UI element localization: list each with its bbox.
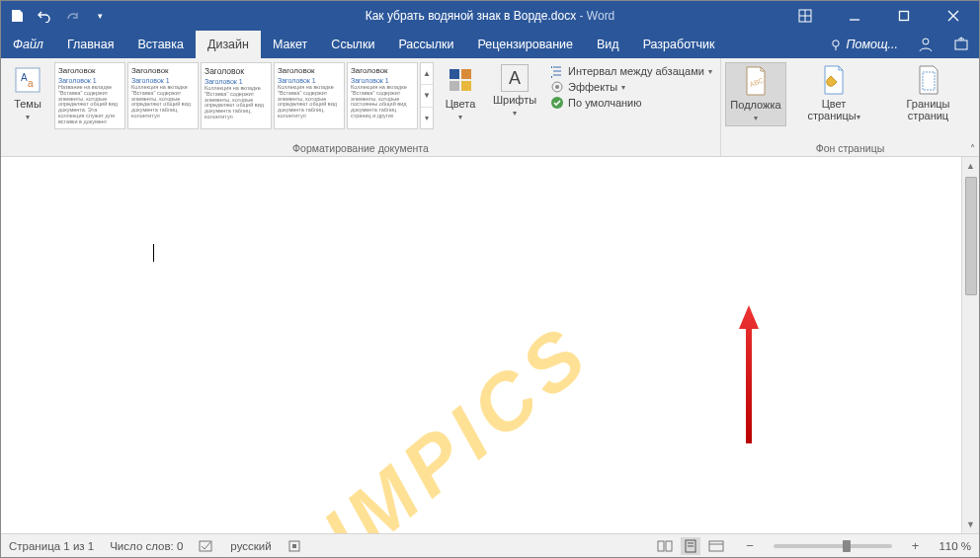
paragraph-options: Интервал между абзацами▾ Эффекты▾ По умо…	[546, 62, 716, 112]
watermark-button[interactable]: ABC Подложка▾	[725, 62, 786, 126]
style-set-item[interactable]: Заголовок Заголовок 1 Коллекция на вклад…	[127, 62, 199, 129]
window-title: Как убрать водяной знак в Ворде.docx - W…	[366, 9, 615, 23]
watermark-label: Подложка	[730, 99, 780, 111]
paragraph-spacing-button[interactable]: Интервал между абзацами▾	[550, 64, 712, 78]
tab-mailings[interactable]: Рассылки	[386, 31, 465, 58]
svg-rect-10	[955, 40, 967, 49]
text-cursor	[153, 244, 154, 262]
fonts-icon: А	[501, 64, 529, 92]
svg-rect-14	[449, 69, 459, 79]
view-buttons	[655, 537, 726, 555]
themes-label: Темы	[14, 98, 41, 110]
tab-references[interactable]: Ссылки	[319, 31, 386, 58]
undo-icon[interactable]	[37, 8, 52, 24]
zoom-out-button[interactable]: −	[742, 538, 758, 553]
colors-button[interactable]: Цвета▾	[438, 62, 483, 124]
redo-icon[interactable]	[64, 8, 80, 24]
style-set-gallery[interactable]: Заголовок Заголовок 1 Название на вкладк…	[54, 62, 434, 129]
tab-design[interactable]: Дизайн	[196, 31, 261, 58]
zoom-level[interactable]: 110 %	[939, 540, 971, 552]
paragraph-spacing-label: Интервал между абзацами	[568, 65, 704, 77]
scroll-thumb[interactable]	[965, 177, 977, 295]
tab-insert[interactable]: Вставка	[125, 31, 195, 58]
tab-file[interactable]: Файл	[1, 31, 55, 58]
language-indicator[interactable]: русский	[230, 540, 271, 552]
ribbon-display-icon[interactable]	[785, 2, 825, 30]
group-label-formatting: Форматирование документа	[5, 140, 716, 154]
document-page[interactable]: LUMPICS	[46, 157, 932, 533]
page-color-button[interactable]: Цвет страницы▾	[790, 62, 877, 124]
fonts-label: Шрифты	[493, 94, 536, 106]
svg-rect-16	[449, 81, 459, 91]
read-mode-button[interactable]	[655, 537, 675, 555]
ribbon: Aa Темы▾ Заголовок Заголовок 1 Название …	[1, 58, 979, 157]
style-set-item[interactable]: Заголовок Заголовок 1 Коллекция на вклад…	[347, 62, 418, 129]
group-page-background: ABC Подложка▾ Цвет страницы▾ Границы стр…	[721, 58, 979, 156]
tab-home[interactable]: Главная	[55, 31, 126, 58]
status-bar: Страница 1 из 1 Число слов: 0 русский − …	[1, 533, 979, 557]
svg-rect-17	[461, 81, 471, 91]
quick-access-toolbar: ▾	[1, 8, 116, 24]
page-borders-button[interactable]: Границы страниц	[881, 62, 975, 123]
svg-rect-26	[292, 544, 296, 548]
tab-review[interactable]: Рецензирование	[465, 31, 585, 58]
print-layout-button[interactable]	[681, 537, 700, 555]
account-icon[interactable]	[908, 31, 943, 58]
effects-button[interactable]: Эффекты▾	[550, 80, 712, 94]
effects-label: Эффекты	[568, 81, 617, 93]
app-name: Word	[587, 9, 614, 23]
minimize-button[interactable]	[835, 2, 874, 30]
vertical-scrollbar[interactable]: ▲ ▼	[961, 157, 979, 533]
tab-view[interactable]: Вид	[585, 31, 631, 58]
macro-indicator[interactable]	[287, 539, 301, 553]
tell-me-label: Помощ...	[846, 38, 898, 51]
style-set-item[interactable]: Заголовок Заголовок 1 Коллекция на вклад…	[274, 62, 345, 129]
gallery-scroll-up[interactable]: ▲	[421, 63, 433, 85]
tab-layout[interactable]: Макет	[261, 31, 319, 58]
check-icon	[550, 96, 564, 110]
tell-me[interactable]: Помощ...	[820, 31, 908, 58]
page-borders-label: Границы страниц	[887, 98, 969, 121]
fonts-button[interactable]: А Шрифты▾	[487, 62, 542, 120]
colors-icon	[445, 64, 476, 96]
group-label-page-bg: Фон страницы	[725, 140, 975, 154]
page-color-label: Цвет страницы	[807, 98, 856, 121]
word-count[interactable]: Число слов: 0	[110, 540, 183, 552]
proofing-icon[interactable]	[199, 539, 214, 553]
set-as-default-button[interactable]: По умолчанию	[550, 96, 712, 110]
watermark-text: LUMPICS	[235, 306, 609, 533]
svg-text:a: a	[28, 78, 34, 89]
paragraph-spacing-icon	[550, 64, 564, 78]
share-icon[interactable]	[943, 31, 979, 58]
qat-customize-icon[interactable]: ▾	[92, 8, 108, 24]
maximize-button[interactable]	[884, 2, 924, 30]
svg-rect-32	[709, 541, 723, 551]
scroll-down-button[interactable]: ▼	[962, 516, 979, 533]
zoom-in-button[interactable]: +	[908, 538, 924, 553]
gallery-scroll-down[interactable]: ▼	[421, 85, 433, 107]
colors-label: Цвета	[446, 98, 476, 110]
document-area: LUMPICS ▲ ▼	[1, 157, 979, 533]
zoom-handle[interactable]	[843, 540, 851, 552]
collapse-ribbon-icon[interactable]: ˄	[970, 143, 975, 154]
svg-rect-15	[461, 69, 471, 79]
themes-button[interactable]: Aa Темы▾	[5, 62, 50, 124]
svg-rect-28	[666, 541, 672, 551]
tab-developer[interactable]: Разработчик	[631, 31, 727, 58]
svg-text:A: A	[21, 72, 28, 83]
style-set-item[interactable]: Заголовок Заголовок 1 Коллекция на вклад…	[201, 62, 272, 129]
title-bar: ▾ Как убрать водяной знак в Ворде.docx -…	[1, 1, 979, 31]
save-icon[interactable]	[9, 8, 25, 24]
style-set-item[interactable]: Заголовок Заголовок 1 Название на вкладк…	[54, 62, 125, 129]
page-color-icon	[818, 64, 850, 96]
close-button[interactable]	[934, 2, 973, 30]
web-layout-button[interactable]	[706, 537, 726, 555]
svg-point-7	[833, 40, 839, 46]
document-scroller[interactable]: LUMPICS	[1, 157, 961, 533]
window-controls	[785, 2, 979, 30]
page-indicator[interactable]: Страница 1 из 1	[9, 540, 94, 552]
gallery-expand[interactable]: ▾	[421, 108, 433, 128]
scroll-up-button[interactable]: ▲	[962, 157, 979, 175]
zoom-slider[interactable]	[774, 544, 892, 548]
themes-icon: Aa	[12, 64, 43, 96]
